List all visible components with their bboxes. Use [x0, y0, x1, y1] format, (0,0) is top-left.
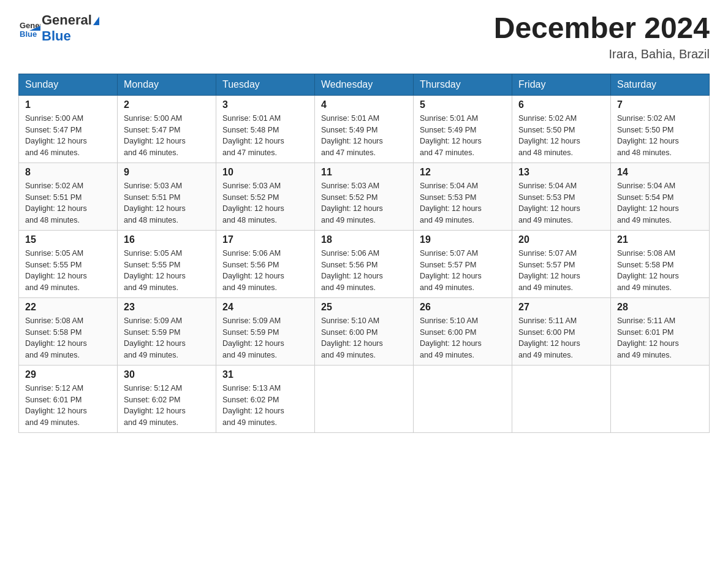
day-info: Sunrise: 5:10 AMSunset: 6:00 PMDaylight:… — [420, 316, 482, 359]
day-info: Sunrise: 5:01 AMSunset: 5:49 PMDaylight:… — [420, 114, 482, 157]
header-wednesday: Wednesday — [315, 74, 414, 95]
day-number: 14 — [617, 167, 703, 178]
day-number: 8 — [25, 167, 111, 178]
day-number: 30 — [124, 369, 210, 380]
day-info: Sunrise: 5:03 AMSunset: 5:51 PMDaylight:… — [124, 182, 186, 224]
calendar-body: 1 Sunrise: 5:00 AMSunset: 5:47 PMDayligh… — [19, 95, 710, 432]
calendar-day-cell: 14 Sunrise: 5:04 AMSunset: 5:54 PMDaylig… — [611, 163, 710, 230]
calendar-day-cell: 3 Sunrise: 5:01 AMSunset: 5:48 PMDayligh… — [216, 95, 315, 163]
day-info: Sunrise: 5:07 AMSunset: 5:57 PMDaylight:… — [518, 249, 580, 292]
calendar-day-cell: 18 Sunrise: 5:06 AMSunset: 5:56 PMDaylig… — [315, 230, 414, 297]
svg-text:Blue: Blue — [20, 29, 37, 39]
day-number: 25 — [321, 302, 407, 313]
day-info: Sunrise: 5:09 AMSunset: 5:59 PMDaylight:… — [124, 316, 186, 359]
calendar-day-cell: 19 Sunrise: 5:07 AMSunset: 5:57 PMDaylig… — [414, 230, 512, 297]
day-number: 11 — [321, 167, 407, 178]
calendar-subtitle: Irara, Bahia, Brazil — [494, 47, 710, 61]
day-info: Sunrise: 5:08 AMSunset: 5:58 PMDaylight:… — [617, 249, 679, 292]
calendar-day-cell: 17 Sunrise: 5:06 AMSunset: 5:56 PMDaylig… — [216, 230, 315, 297]
day-number: 17 — [222, 234, 308, 245]
calendar-day-cell: 23 Sunrise: 5:09 AMSunset: 5:59 PMDaylig… — [118, 297, 216, 365]
day-info: Sunrise: 5:02 AMSunset: 5:51 PMDaylight:… — [25, 182, 87, 224]
calendar-week-row: 1 Sunrise: 5:00 AMSunset: 5:47 PMDayligh… — [19, 95, 710, 163]
day-info: Sunrise: 5:04 AMSunset: 5:53 PMDaylight:… — [518, 182, 580, 224]
calendar-day-cell: 4 Sunrise: 5:01 AMSunset: 5:49 PMDayligh… — [315, 95, 414, 163]
calendar-day-cell: 5 Sunrise: 5:01 AMSunset: 5:49 PMDayligh… — [414, 95, 512, 163]
day-info: Sunrise: 5:04 AMSunset: 5:54 PMDaylight:… — [617, 182, 679, 224]
calendar-day-cell: 31 Sunrise: 5:13 AMSunset: 6:02 PMDaylig… — [216, 365, 315, 432]
day-number: 21 — [617, 234, 703, 245]
day-info: Sunrise: 5:06 AMSunset: 5:56 PMDaylight:… — [321, 249, 383, 292]
day-info: Sunrise: 5:05 AMSunset: 5:55 PMDaylight:… — [25, 249, 87, 292]
calendar-day-cell — [512, 365, 611, 432]
day-number: 5 — [420, 99, 506, 110]
day-number: 2 — [124, 99, 210, 110]
calendar-title-area: December 2024 Irara, Bahia, Brazil — [494, 12, 710, 61]
day-number: 31 — [222, 369, 308, 380]
day-info: Sunrise: 5:09 AMSunset: 5:59 PMDaylight:… — [222, 316, 284, 359]
calendar-day-cell: 16 Sunrise: 5:05 AMSunset: 5:55 PMDaylig… — [118, 230, 216, 297]
day-number: 23 — [124, 302, 210, 313]
day-number: 3 — [222, 99, 308, 110]
day-info: Sunrise: 5:11 AMSunset: 6:01 PMDaylight:… — [617, 316, 679, 359]
calendar-day-cell: 13 Sunrise: 5:04 AMSunset: 5:53 PMDaylig… — [512, 163, 611, 230]
day-info: Sunrise: 5:00 AMSunset: 5:47 PMDaylight:… — [124, 114, 186, 157]
day-info: Sunrise: 5:02 AMSunset: 5:50 PMDaylight:… — [617, 114, 679, 157]
header-thursday: Thursday — [414, 74, 512, 95]
day-number: 6 — [518, 99, 604, 110]
day-number: 29 — [25, 369, 111, 380]
calendar-day-cell: 26 Sunrise: 5:10 AMSunset: 6:00 PMDaylig… — [414, 297, 512, 365]
day-number: 26 — [420, 302, 506, 313]
calendar-day-cell — [414, 365, 512, 432]
day-info: Sunrise: 5:04 AMSunset: 5:53 PMDaylight:… — [420, 182, 482, 224]
day-info: Sunrise: 5:11 AMSunset: 6:00 PMDaylight:… — [518, 316, 580, 359]
calendar-day-cell — [611, 365, 710, 432]
day-info: Sunrise: 5:08 AMSunset: 5:58 PMDaylight:… — [25, 316, 87, 359]
calendar-day-cell: 12 Sunrise: 5:04 AMSunset: 5:53 PMDaylig… — [414, 163, 512, 230]
calendar-table: Sunday Monday Tuesday Wednesday Thursday… — [18, 74, 710, 433]
calendar-day-cell: 27 Sunrise: 5:11 AMSunset: 6:00 PMDaylig… — [512, 297, 611, 365]
header-monday: Monday — [118, 74, 216, 95]
day-number: 15 — [25, 234, 111, 245]
logo-icon: General Blue — [18, 17, 40, 39]
calendar-day-cell: 2 Sunrise: 5:00 AMSunset: 5:47 PMDayligh… — [118, 95, 216, 163]
weekday-header-row: Sunday Monday Tuesday Wednesday Thursday… — [19, 74, 710, 95]
day-info: Sunrise: 5:01 AMSunset: 5:49 PMDaylight:… — [321, 114, 383, 157]
header-saturday: Saturday — [611, 74, 710, 95]
day-info: Sunrise: 5:00 AMSunset: 5:47 PMDaylight:… — [25, 114, 87, 157]
header-friday: Friday — [512, 74, 611, 95]
day-info: Sunrise: 5:12 AMSunset: 6:02 PMDaylight:… — [124, 384, 186, 427]
day-info: Sunrise: 5:03 AMSunset: 5:52 PMDaylight:… — [222, 182, 284, 224]
day-info: Sunrise: 5:07 AMSunset: 5:57 PMDaylight:… — [420, 249, 482, 292]
calendar-day-cell: 7 Sunrise: 5:02 AMSunset: 5:50 PMDayligh… — [611, 95, 710, 163]
calendar-day-cell: 11 Sunrise: 5:03 AMSunset: 5:52 PMDaylig… — [315, 163, 414, 230]
header-tuesday: Tuesday — [216, 74, 315, 95]
day-info: Sunrise: 5:13 AMSunset: 6:02 PMDaylight:… — [222, 384, 284, 427]
day-info: Sunrise: 5:03 AMSunset: 5:52 PMDaylight:… — [321, 182, 383, 224]
calendar-day-cell: 21 Sunrise: 5:08 AMSunset: 5:58 PMDaylig… — [611, 230, 710, 297]
calendar-week-row: 22 Sunrise: 5:08 AMSunset: 5:58 PMDaylig… — [19, 297, 710, 365]
calendar-day-cell: 8 Sunrise: 5:02 AMSunset: 5:51 PMDayligh… — [19, 163, 118, 230]
calendar-week-row: 15 Sunrise: 5:05 AMSunset: 5:55 PMDaylig… — [19, 230, 710, 297]
logo-general-text: General — [42, 12, 92, 28]
day-info: Sunrise: 5:05 AMSunset: 5:55 PMDaylight:… — [124, 249, 186, 292]
calendar-day-cell: 25 Sunrise: 5:10 AMSunset: 6:00 PMDaylig… — [315, 297, 414, 365]
day-number: 22 — [25, 302, 111, 313]
calendar-day-cell: 9 Sunrise: 5:03 AMSunset: 5:51 PMDayligh… — [118, 163, 216, 230]
calendar-day-cell: 20 Sunrise: 5:07 AMSunset: 5:57 PMDaylig… — [512, 230, 611, 297]
day-info: Sunrise: 5:02 AMSunset: 5:50 PMDaylight:… — [518, 114, 580, 157]
calendar-week-row: 29 Sunrise: 5:12 AMSunset: 6:01 PMDaylig… — [19, 365, 710, 432]
day-number: 9 — [124, 167, 210, 178]
logo: General Blue General Blue — [18, 12, 99, 44]
page-header: General Blue General Blue December 2024 … — [18, 12, 710, 61]
day-number: 4 — [321, 99, 407, 110]
calendar-day-cell: 10 Sunrise: 5:03 AMSunset: 5:52 PMDaylig… — [216, 163, 315, 230]
calendar-day-cell: 28 Sunrise: 5:11 AMSunset: 6:01 PMDaylig… — [611, 297, 710, 365]
day-info: Sunrise: 5:10 AMSunset: 6:00 PMDaylight:… — [321, 316, 383, 359]
day-info: Sunrise: 5:01 AMSunset: 5:48 PMDaylight:… — [222, 114, 284, 157]
day-number: 24 — [222, 302, 308, 313]
day-number: 10 — [222, 167, 308, 178]
day-number: 18 — [321, 234, 407, 245]
calendar-day-cell: 29 Sunrise: 5:12 AMSunset: 6:01 PMDaylig… — [19, 365, 118, 432]
calendar-day-cell: 22 Sunrise: 5:08 AMSunset: 5:58 PMDaylig… — [19, 297, 118, 365]
